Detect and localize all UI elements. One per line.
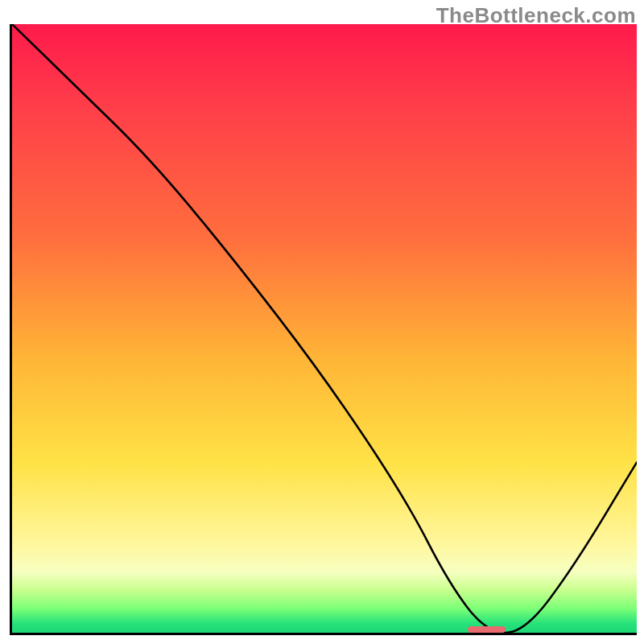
optimal-range-marker bbox=[468, 626, 506, 633]
plot-area bbox=[10, 24, 637, 635]
chart-stage: TheBottleneck.com bbox=[0, 0, 644, 644]
bottleneck-curve bbox=[12, 24, 637, 633]
watermark-text: TheBottleneck.com bbox=[436, 3, 636, 28]
